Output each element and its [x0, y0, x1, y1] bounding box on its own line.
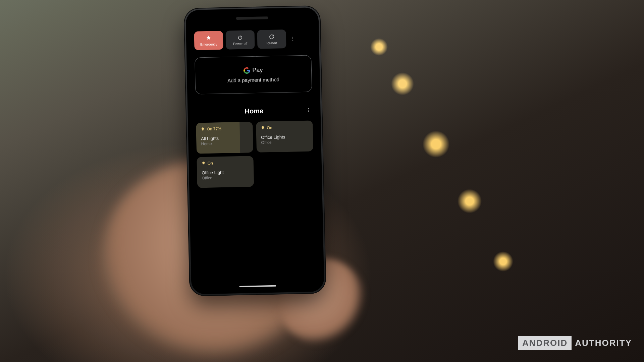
- tile-status: On 77%: [201, 126, 248, 131]
- restart-button[interactable]: Restart: [257, 29, 286, 49]
- tile-location: Office: [261, 139, 308, 145]
- google-g-icon: [244, 67, 250, 74]
- google-pay-card[interactable]: Pay Add a payment method: [195, 55, 312, 94]
- emergency-label: Emergency: [200, 42, 217, 46]
- tile-name: All Lights: [201, 135, 248, 141]
- gesture-nav-bar[interactable]: [239, 285, 276, 287]
- power-menu-screen: Emergency Power off Restart: [191, 26, 319, 279]
- tile-location: Home: [201, 140, 248, 146]
- phone-bezel: Emergency Power off Restart: [185, 7, 324, 294]
- home-overflow-button[interactable]: [304, 107, 312, 113]
- emergency-icon: [206, 35, 212, 41]
- home-title: Home: [204, 106, 304, 116]
- tile-name: Office Lights: [261, 134, 308, 140]
- svg-point-3: [292, 38, 293, 39]
- emergency-button[interactable]: Emergency: [194, 31, 223, 50]
- home-header: Home: [196, 106, 312, 116]
- photo-scene: Emergency Power off Restart: [0, 0, 644, 362]
- device-tile-office-lights[interactable]: On Office Lights Office: [256, 120, 313, 153]
- lightbulb-icon: [261, 126, 265, 130]
- lightbulb-icon: [201, 127, 205, 131]
- device-tile-all-lights[interactable]: On 77% All Lights Home: [196, 122, 253, 154]
- device-tile-office-light[interactable]: On Office Light Office: [197, 156, 254, 188]
- svg-point-5: [308, 108, 309, 109]
- power-off-button[interactable]: Power off: [225, 30, 255, 50]
- watermark-rest: AUTHORITY: [575, 338, 632, 348]
- tile-status: On: [202, 160, 249, 166]
- svg-point-2: [292, 37, 293, 38]
- power-button-row: Emergency Power off Restart: [194, 29, 311, 50]
- watermark-boxed: ANDROID: [518, 336, 572, 350]
- watermark: ANDROID AUTHORITY: [518, 336, 632, 350]
- restart-label: Restart: [266, 41, 277, 45]
- power-off-label: Power off: [233, 42, 247, 46]
- restart-icon: [269, 34, 275, 40]
- google-pay-subtext: Add a payment method: [227, 76, 279, 83]
- lightbulb-icon: [202, 161, 206, 165]
- speaker-grille: [236, 16, 268, 20]
- tile-status-text: On: [208, 161, 213, 166]
- power-icon: [237, 34, 243, 40]
- google-pay-logo: Pay: [244, 66, 263, 74]
- google-pay-brand: Pay: [252, 66, 263, 74]
- tile-location: Office: [202, 175, 249, 180]
- tile-status: On: [261, 125, 308, 130]
- tile-name: Office Light: [202, 169, 249, 175]
- tile-status-text: On: [267, 125, 272, 130]
- tile-status-text: On 77%: [207, 126, 221, 131]
- power-overflow-button[interactable]: [288, 29, 297, 48]
- svg-point-7: [308, 111, 309, 112]
- svg-point-6: [308, 110, 309, 110]
- phone-frame: Emergency Power off Restart: [183, 5, 326, 296]
- home-header-spacer: [196, 112, 204, 113]
- svg-point-4: [292, 40, 293, 41]
- device-tiles: On 77% All Lights Home On Office: [196, 120, 314, 188]
